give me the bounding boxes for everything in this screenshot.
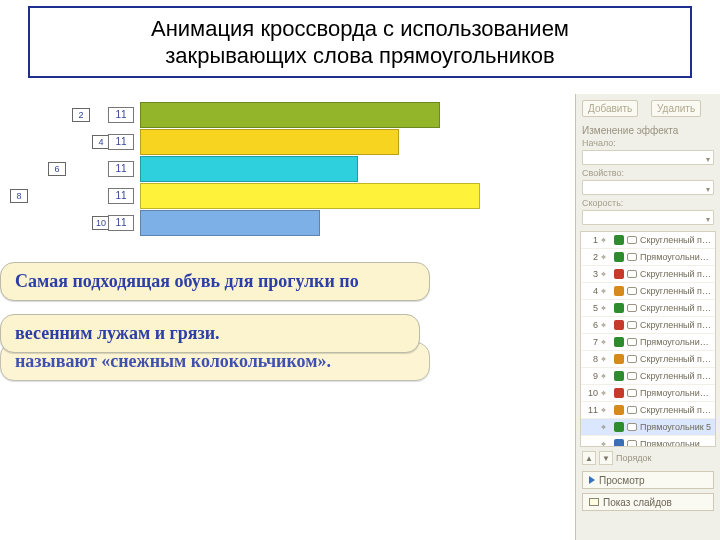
- anim-index: 11: [584, 405, 598, 415]
- chevron-down-icon: ▾: [706, 213, 710, 226]
- effect-icon: [614, 269, 624, 279]
- animation-item[interactable]: 9⌖Скругленный п…: [581, 368, 715, 385]
- animation-item[interactable]: 10⌖Прямоугольник…: [581, 385, 715, 402]
- effect-icon: [614, 320, 624, 330]
- shape-icon: [627, 253, 637, 261]
- anim-label: Скругленный п…: [640, 303, 712, 313]
- effect-icon: [614, 371, 624, 381]
- prop-label: Свойство:: [582, 168, 720, 178]
- shape-icon: [627, 321, 637, 329]
- anim-index: 1: [584, 235, 598, 245]
- animation-item[interactable]: 4⌖Скругленный п…: [581, 283, 715, 300]
- trigger-icon: ⌖: [601, 320, 611, 331]
- effect-icon: [614, 405, 624, 415]
- animation-item[interactable]: 7⌖Прямоугольник…: [581, 334, 715, 351]
- start-field[interactable]: ▾: [582, 150, 714, 165]
- move-up-button[interactable]: ▲: [582, 451, 596, 465]
- anim-label: Скругленный п…: [640, 286, 712, 296]
- remove-effect-button[interactable]: Удалить: [651, 100, 701, 117]
- animation-item[interactable]: 5⌖Скругленный п…: [581, 300, 715, 317]
- anim-label: Скругленный п…: [640, 371, 712, 381]
- reorder-label: Порядок: [616, 453, 651, 463]
- preview-button[interactable]: Просмотр: [582, 471, 714, 489]
- shape-icon: [627, 270, 637, 278]
- screen-icon: [589, 498, 599, 506]
- animation-item[interactable]: 8⌖Скругленный п…: [581, 351, 715, 368]
- slide-stage: 2114116118111011Cамая подходящая обувь д…: [0, 94, 575, 540]
- title-line2: закрывающих слова прямоугольников: [165, 42, 555, 70]
- animation-item[interactable]: ⌖Прямоугольник…: [581, 436, 715, 447]
- trigger-icon: ⌖: [601, 337, 611, 348]
- reorder-row: ▲ ▼ Порядок: [582, 451, 714, 465]
- speed-field[interactable]: ▾: [582, 210, 714, 225]
- anim-label: Скругленный п…: [640, 405, 712, 415]
- anim-label: Скругленный п…: [640, 269, 712, 279]
- trigger-icon: ⌖: [601, 235, 611, 246]
- animation-item[interactable]: 11⌖Скругленный п…: [581, 402, 715, 419]
- slide[interactable]: 2114116118111011Cамая подходящая обувь д…: [0, 94, 510, 474]
- row-num: 2: [72, 108, 90, 122]
- trigger-icon: ⌖: [601, 354, 611, 365]
- chevron-down-icon: ▾: [706, 153, 710, 166]
- chevron-down-icon: ▾: [706, 183, 710, 196]
- trigger-icon: ⌖: [601, 286, 611, 297]
- row-num: 8: [10, 189, 28, 203]
- effect-icon: [614, 388, 624, 398]
- clue-box[interactable]: Cамая подходящая обувь для прогулки по: [0, 262, 430, 301]
- anim-index: 8: [584, 354, 598, 364]
- anim-label: Прямоугольник…: [640, 388, 712, 398]
- animation-pane: Добавить Удалить Изменение эффекта Начал…: [575, 94, 720, 540]
- anim-index: 7: [584, 337, 598, 347]
- trigger-icon: ⌖: [601, 388, 611, 399]
- slideshow-button[interactable]: Показ слайдов: [582, 493, 714, 511]
- title-frame: Анимация кроссворда с использованием зак…: [28, 6, 692, 78]
- animation-item[interactable]: ⌖Прямоугольник 5: [581, 419, 715, 436]
- shape-icon: [627, 304, 637, 312]
- trigger-icon: ⌖: [601, 439, 611, 448]
- animation-list[interactable]: 1⌖Скругленный п…2⌖Прямоугольник…3⌖Скругл…: [580, 231, 716, 447]
- cover-rectangle[interactable]: [140, 102, 440, 128]
- anim-label: Скругленный п…: [640, 354, 712, 364]
- row-answer-len: 11: [108, 134, 134, 150]
- effect-icon: [614, 235, 624, 245]
- title-line1: Анимация кроссворда с использованием: [151, 15, 569, 43]
- trigger-icon: ⌖: [601, 252, 611, 263]
- row-num: 6: [48, 162, 66, 176]
- effect-icon: [614, 439, 624, 447]
- move-down-button[interactable]: ▼: [599, 451, 613, 465]
- prop-field[interactable]: ▾: [582, 180, 714, 195]
- trigger-icon: ⌖: [601, 269, 611, 280]
- anim-index: 5: [584, 303, 598, 313]
- effect-icon: [614, 337, 624, 347]
- add-effect-button[interactable]: Добавить: [582, 100, 638, 117]
- animation-item[interactable]: 3⌖Скругленный п…: [581, 266, 715, 283]
- speed-label: Скорость:: [582, 198, 720, 208]
- shape-icon: [627, 372, 637, 380]
- effect-icon: [614, 422, 624, 432]
- anim-label: Скругленный п…: [640, 235, 712, 245]
- anim-label: Прямоугольник 5: [640, 422, 712, 432]
- shape-icon: [627, 338, 637, 346]
- cover-rectangle[interactable]: [140, 156, 358, 182]
- clue-box[interactable]: весенним лужам и грязи.: [0, 314, 420, 353]
- effect-icon: [614, 286, 624, 296]
- anim-label: Прямоугольник…: [640, 439, 712, 447]
- trigger-icon: ⌖: [601, 303, 611, 314]
- anim-index: 6: [584, 320, 598, 330]
- cover-rectangle[interactable]: [140, 183, 480, 209]
- animation-item[interactable]: 2⌖Прямоугольник…: [581, 249, 715, 266]
- shape-icon: [627, 389, 637, 397]
- animation-item[interactable]: 1⌖Скругленный п…: [581, 232, 715, 249]
- shape-icon: [627, 440, 637, 447]
- anim-index: 9: [584, 371, 598, 381]
- cover-rectangle[interactable]: [140, 129, 399, 155]
- cover-rectangle[interactable]: [140, 210, 320, 236]
- animation-item[interactable]: 6⌖Скругленный п…: [581, 317, 715, 334]
- anim-index: 10: [584, 388, 598, 398]
- anim-label: Прямоугольник…: [640, 337, 712, 347]
- trigger-icon: ⌖: [601, 405, 611, 416]
- trigger-icon: ⌖: [601, 422, 611, 433]
- effect-icon: [614, 354, 624, 364]
- anim-label: Скругленный п…: [640, 320, 712, 330]
- play-icon: [589, 476, 595, 484]
